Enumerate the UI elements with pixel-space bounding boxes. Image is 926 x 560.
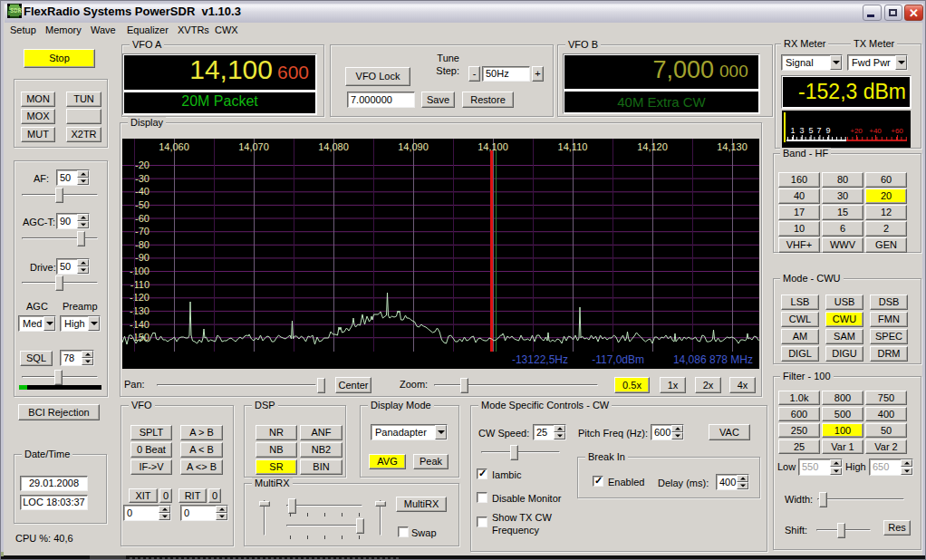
svg-text:14,120: 14,120 [637, 141, 668, 152]
svg-text:-90: -90 [135, 252, 150, 263]
svg-text:1: 1 [790, 126, 795, 135]
svg-text:7: 7 [816, 126, 821, 135]
svg-text:14,070: 14,070 [238, 141, 269, 152]
svg-text:14,130: 14,130 [717, 141, 748, 152]
svg-text:-110: -110 [130, 279, 150, 290]
svg-text:5: 5 [808, 126, 813, 135]
svg-text:-120: -120 [130, 292, 150, 303]
svg-text:-130: -130 [130, 305, 150, 316]
svg-text:-140: -140 [130, 319, 150, 330]
svg-text:+60: +60 [891, 127, 903, 135]
svg-text:9: 9 [825, 126, 830, 135]
svg-text:14,060: 14,060 [159, 141, 189, 152]
svg-text:-40: -40 [135, 186, 150, 197]
svg-text:-80: -80 [135, 239, 150, 250]
svg-text:-20: -20 [135, 159, 150, 170]
svg-text:14,080: 14,080 [318, 141, 349, 152]
svg-text:-60: -60 [135, 213, 150, 224]
svg-text:-70: -70 [135, 226, 150, 237]
svg-text:14,110: 14,110 [558, 141, 588, 152]
svg-text:14,090: 14,090 [398, 141, 429, 152]
svg-text:+20: +20 [850, 127, 863, 135]
svg-text:-30: -30 [135, 173, 150, 184]
svg-text:-100: -100 [130, 266, 150, 276]
svg-text:+40: +40 [869, 127, 882, 135]
svg-text:-50: -50 [135, 199, 150, 210]
svg-text:3: 3 [799, 126, 804, 135]
